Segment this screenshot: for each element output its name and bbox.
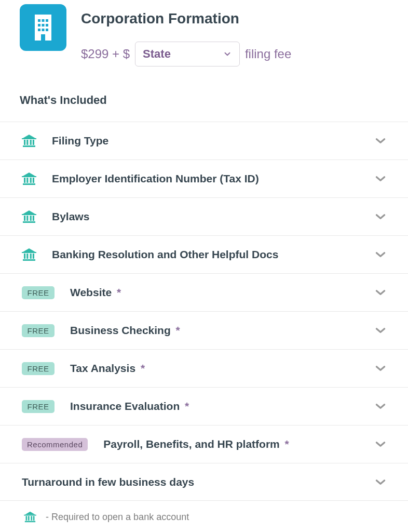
chevron-down-icon [374, 134, 387, 148]
svg-rect-14 [30, 140, 32, 145]
chevron-down-icon [374, 172, 387, 185]
building-icon [33, 15, 53, 41]
row-label: Tax Analysis * [70, 362, 145, 375]
svg-rect-29 [22, 252, 36, 253]
row-left: Bylaws [22, 210, 374, 223]
asterisk: * [114, 286, 121, 298]
svg-rect-10 [41, 34, 45, 41]
accordion-row[interactable]: FREEInsurance Evaluation * [0, 387, 408, 425]
row-label: Banking Resolution and Other Helpful Doc… [52, 248, 278, 261]
page-title: Corporation Formation [81, 10, 291, 27]
svg-rect-16 [23, 145, 35, 147]
chevron-down-icon [374, 362, 387, 375]
svg-rect-2 [42, 19, 45, 22]
row-left: Filing Type [22, 134, 374, 148]
asterisk: * [282, 438, 289, 450]
price-prefix: $299 + $ [81, 47, 130, 61]
svg-rect-11 [22, 138, 36, 139]
row-left: RecommendedPayroll, Benefits, and HR pla… [22, 438, 374, 451]
row-label: Filing Type [52, 135, 108, 147]
svg-rect-28 [23, 221, 35, 223]
bank-icon [22, 134, 36, 148]
asterisk: * [182, 400, 189, 412]
svg-rect-39 [33, 516, 35, 520]
row-left: FREEBusiness Checking * [22, 324, 374, 337]
svg-rect-24 [24, 216, 25, 221]
svg-rect-21 [33, 178, 34, 183]
row-left: Banking Resolution and Other Helpful Doc… [22, 248, 374, 261]
svg-rect-5 [42, 24, 45, 26]
svg-rect-15 [33, 140, 34, 145]
svg-rect-13 [26, 140, 28, 145]
svg-rect-19 [26, 178, 28, 183]
chevron-down-icon [374, 248, 387, 261]
row-label: Employer Identification Number (Tax ID) [52, 172, 259, 185]
header: Corporation Formation $299 + $ State fil… [0, 4, 408, 66]
svg-rect-37 [28, 516, 30, 520]
asterisk: * [138, 362, 145, 374]
chevron-down-icon [374, 437, 387, 451]
svg-rect-25 [26, 216, 28, 221]
accordion-row[interactable]: Filing Type [0, 122, 408, 159]
svg-rect-18 [24, 178, 25, 183]
accordion-row[interactable]: Bylaws [0, 197, 408, 235]
row-label: Turnaround in few business days [22, 476, 194, 488]
svg-rect-34 [23, 259, 35, 261]
row-label: Payroll, Benefits, and HR platform * [103, 438, 289, 450]
free-badge: FREE [22, 362, 55, 375]
bank-icon [22, 248, 36, 261]
svg-rect-31 [26, 254, 28, 259]
accordion-row[interactable]: FREETax Analysis * [0, 349, 408, 387]
svg-rect-38 [31, 516, 32, 520]
svg-rect-3 [46, 19, 48, 22]
svg-rect-9 [46, 29, 48, 31]
svg-rect-40 [25, 521, 35, 523]
free-badge: FREE [22, 286, 55, 299]
bank-icon [22, 172, 36, 185]
row-label: Insurance Evaluation * [70, 400, 189, 413]
row-left: FREETax Analysis * [22, 362, 374, 375]
chevron-down-icon [374, 286, 387, 299]
legend: - Required to open a bank account [0, 501, 408, 531]
svg-rect-33 [33, 254, 34, 259]
svg-rect-26 [30, 216, 32, 221]
chevron-down-icon [374, 324, 387, 337]
accordion-row[interactable]: Employer Identification Number (Tax ID) [0, 159, 408, 197]
product-icon-tile [20, 4, 66, 51]
free-badge: FREE [22, 400, 55, 413]
svg-rect-4 [38, 24, 40, 26]
svg-rect-22 [23, 183, 35, 185]
row-label: Website * [70, 286, 121, 299]
svg-rect-35 [24, 515, 36, 516]
chevron-down-icon [223, 49, 232, 59]
svg-rect-32 [30, 254, 32, 259]
row-left: FREEInsurance Evaluation * [22, 400, 374, 413]
price-row: $299 + $ State filing fee [81, 42, 291, 66]
row-left: FREEWebsite * [22, 286, 374, 299]
filing-fee-label: filing fee [245, 47, 291, 61]
accordion-row[interactable]: Turnaround in few business days [0, 463, 408, 501]
accordion-row[interactable]: RecommendedPayroll, Benefits, and HR pla… [0, 425, 408, 463]
accordion-row[interactable]: FREEWebsite * [0, 273, 408, 311]
row-left: Employer Identification Number (Tax ID) [22, 172, 374, 185]
svg-rect-6 [46, 24, 48, 26]
accordion-row[interactable]: FREEBusiness Checking * [0, 311, 408, 349]
recommended-badge: Recommended [22, 438, 88, 451]
row-label: Bylaws [52, 210, 89, 223]
header-text: Corporation Formation $299 + $ State fil… [81, 4, 291, 66]
chevron-down-icon [374, 210, 387, 223]
chevron-down-icon [374, 400, 387, 413]
row-label: Business Checking * [70, 324, 180, 337]
svg-rect-1 [38, 19, 40, 22]
svg-rect-36 [26, 516, 28, 520]
legend-text: - Required to open a bank account [46, 512, 189, 523]
svg-rect-7 [38, 29, 40, 31]
section-title: What's Included [0, 66, 408, 122]
svg-rect-20 [30, 178, 32, 183]
accordion-row[interactable]: Banking Resolution and Other Helpful Doc… [0, 235, 408, 273]
state-select-label: State [143, 47, 171, 61]
bank-icon [22, 210, 36, 223]
row-left: Turnaround in few business days [22, 476, 374, 488]
bank-icon [24, 511, 36, 523]
state-select[interactable]: State [135, 42, 240, 66]
